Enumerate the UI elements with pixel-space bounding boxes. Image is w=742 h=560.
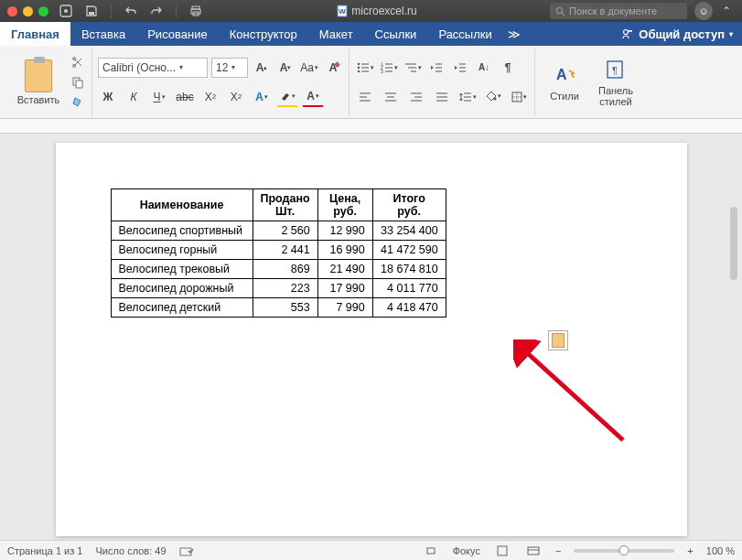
- zoom-out-button[interactable]: −: [555, 545, 561, 556]
- text-effects-button[interactable]: A▾: [252, 87, 272, 107]
- format-painter-button[interactable]: [70, 94, 86, 111]
- cell-name[interactable]: Велосипед трековый: [111, 260, 253, 279]
- redo-icon[interactable]: [148, 3, 165, 19]
- tab-mailings[interactable]: Рассылки: [427, 22, 502, 46]
- cell-sold[interactable]: 223: [253, 279, 317, 298]
- save-icon[interactable]: [83, 3, 100, 19]
- header-price[interactable]: Цена,руб.: [317, 189, 372, 221]
- cell-sold[interactable]: 2 441: [253, 241, 317, 260]
- header-total[interactable]: Итогоруб.: [372, 189, 446, 221]
- table-row[interactable]: Велосипед спортивный2 56012 99033 254 40…: [111, 221, 446, 241]
- tab-design[interactable]: Конструктор: [219, 22, 308, 46]
- tab-layout[interactable]: Макет: [308, 22, 364, 46]
- cut-button[interactable]: [70, 54, 86, 70]
- page-indicator[interactable]: Страница 1 из 1: [7, 545, 82, 556]
- change-case-button[interactable]: Aa▾: [299, 58, 319, 78]
- decrease-indent-button[interactable]: [426, 58, 446, 78]
- tab-insert[interactable]: Вставка: [70, 22, 136, 46]
- word-count[interactable]: Число слов: 49: [95, 545, 166, 556]
- chevron-up-icon[interactable]: ⌃: [718, 3, 735, 19]
- table-row[interactable]: Велосипед горный2 44116 99041 472 590: [111, 241, 446, 260]
- cell-name[interactable]: Велосипед спортивный: [111, 221, 253, 241]
- table-row[interactable]: Велосипед детский5537 9904 418 470: [111, 298, 446, 318]
- cell-name[interactable]: Велосипед детский: [111, 298, 253, 318]
- subscript-button[interactable]: X2: [200, 87, 220, 107]
- cell-sold[interactable]: 553: [253, 298, 317, 318]
- cell-price[interactable]: 17 990: [317, 279, 372, 298]
- zoom-slider[interactable]: [574, 549, 674, 553]
- bullets-button[interactable]: ▾: [355, 58, 375, 78]
- cell-price[interactable]: 12 990: [317, 221, 372, 241]
- cell-total[interactable]: 18 674 810: [372, 260, 446, 279]
- tab-home[interactable]: Главная: [0, 22, 70, 46]
- multilevel-list-button[interactable]: ▾: [403, 58, 423, 78]
- paste-options-smarttag[interactable]: [548, 330, 568, 350]
- cell-total[interactable]: 33 254 400: [372, 221, 446, 241]
- cell-total[interactable]: 4 418 470: [372, 298, 446, 318]
- cell-total[interactable]: 41 472 590: [372, 241, 446, 260]
- copy-button[interactable]: [70, 74, 86, 91]
- header-sold[interactable]: ПроданоШт.: [253, 189, 317, 221]
- cell-price[interactable]: 7 990: [317, 298, 372, 318]
- table-row[interactable]: Велосипед дорожный22317 9904 011 770: [111, 279, 446, 298]
- line-spacing-button[interactable]: ▾: [457, 87, 478, 107]
- autosave-icon[interactable]: [58, 3, 74, 19]
- document-page[interactable]: Наименование ПроданоШт. Цена,руб. Итогор…: [56, 143, 687, 536]
- cell-price[interactable]: 21 490: [317, 260, 372, 279]
- font-size-combo[interactable]: 12▾: [211, 58, 248, 78]
- superscript-button[interactable]: X2: [226, 87, 246, 107]
- zoom-percent[interactable]: 100 %: [706, 545, 735, 556]
- tabs-overflow[interactable]: ≫: [503, 22, 525, 46]
- data-table[interactable]: Наименование ПроданоШт. Цена,руб. Итогор…: [111, 188, 446, 318]
- cell-sold[interactable]: 2 560: [253, 221, 317, 241]
- italic-button[interactable]: К: [124, 87, 144, 107]
- cell-total[interactable]: 4 011 770: [372, 279, 446, 298]
- share-button[interactable]: Общий доступ ▾: [612, 22, 742, 46]
- paste-button[interactable]: Вставить: [11, 59, 66, 105]
- focus-mode-button[interactable]: [422, 544, 440, 558]
- zoom-in-button[interactable]: +: [687, 545, 693, 556]
- justify-button[interactable]: [432, 87, 452, 107]
- underline-button[interactable]: Ч▾: [149, 87, 169, 107]
- print-layout-view[interactable]: [493, 544, 511, 558]
- align-center-button[interactable]: [381, 87, 401, 107]
- sort-button[interactable]: A↓: [474, 58, 494, 78]
- shading-button[interactable]: ▾: [483, 87, 503, 107]
- bold-button[interactable]: Ж: [98, 87, 118, 107]
- show-marks-button[interactable]: ¶: [498, 58, 518, 78]
- vertical-scrollbar[interactable]: [727, 134, 740, 538]
- highlight-button[interactable]: ▾: [277, 87, 297, 107]
- align-right-button[interactable]: [406, 87, 426, 107]
- cell-sold[interactable]: 869: [253, 260, 317, 279]
- styles-panel-button[interactable]: ¶ Панель стилей: [592, 57, 640, 107]
- web-layout-view[interactable]: [524, 544, 543, 558]
- page-scroll-area[interactable]: Наименование ПроданоШт. Цена,руб. Итогор…: [0, 134, 742, 540]
- table-row[interactable]: Велосипед трековый86921 49018 674 810: [111, 260, 446, 279]
- user-avatar[interactable]: ☺: [694, 2, 713, 20]
- align-left-button[interactable]: [355, 87, 375, 107]
- minimize-window[interactable]: [23, 6, 33, 16]
- styles-button[interactable]: A Стили: [541, 62, 588, 102]
- close-window[interactable]: [7, 6, 17, 16]
- borders-button[interactable]: ▾: [509, 87, 529, 107]
- font-color-button[interactable]: A▾: [303, 87, 323, 107]
- cell-name[interactable]: Велосипед дорожный: [111, 279, 253, 298]
- cell-name[interactable]: Велосипед горный: [111, 241, 253, 260]
- tab-draw[interactable]: Рисование: [136, 22, 218, 46]
- shrink-font-button[interactable]: A▾: [275, 58, 296, 78]
- maximize-window[interactable]: [38, 6, 48, 16]
- cell-price[interactable]: 16 990: [317, 241, 372, 260]
- spellcheck-icon[interactable]: [179, 545, 194, 556]
- strikethrough-button[interactable]: abc: [175, 87, 195, 107]
- increase-indent-button[interactable]: [450, 58, 470, 78]
- print-icon[interactable]: [188, 3, 204, 19]
- header-name[interactable]: Наименование: [111, 189, 253, 221]
- undo-icon[interactable]: [123, 3, 139, 19]
- font-name-combo[interactable]: Calibri (Осно...▾: [98, 58, 208, 78]
- search-input[interactable]: Поиск в документе: [550, 3, 687, 19]
- grow-font-button[interactable]: A▴: [252, 58, 272, 78]
- clear-formatting-button[interactable]: A◆: [323, 58, 343, 78]
- tab-references[interactable]: Ссылки: [364, 22, 428, 46]
- focus-label[interactable]: Фокус: [453, 545, 480, 556]
- horizontal-ruler[interactable]: [0, 119, 742, 134]
